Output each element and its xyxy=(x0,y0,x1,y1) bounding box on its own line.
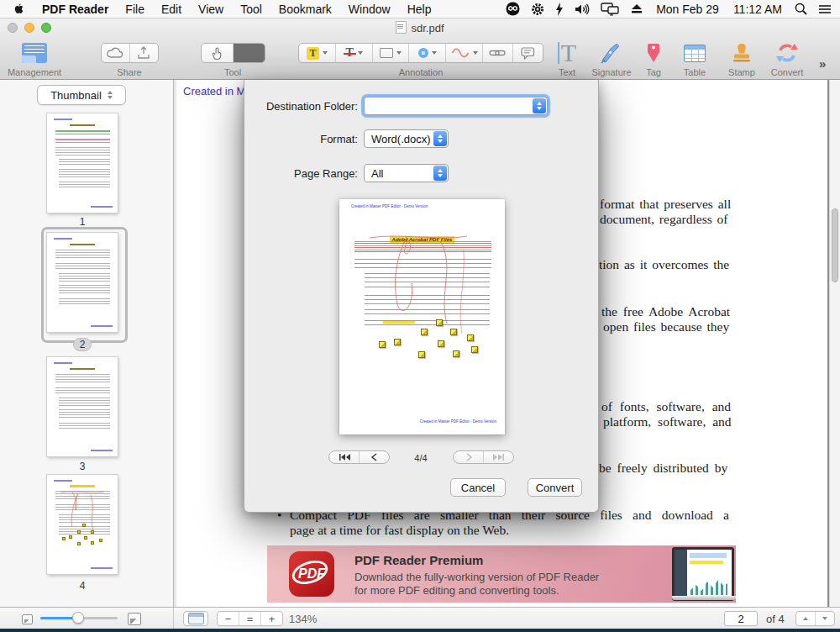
sidebar-toggle-button[interactable] xyxy=(183,611,208,626)
cancel-button[interactable]: Cancel xyxy=(450,478,506,497)
menu-bookmark[interactable]: Bookmark xyxy=(270,3,340,16)
management-label: Management xyxy=(5,67,64,77)
link-button[interactable] xyxy=(483,44,513,62)
slider-knob[interactable] xyxy=(72,612,84,624)
desktop-edge xyxy=(0,629,840,632)
doc-text-line: the free Adobe Acrobat xyxy=(601,304,730,319)
popup-stepper-icon[interactable] xyxy=(433,131,447,146)
premium-ad-banner[interactable]: PDF PDF Reader Premium Download the full… xyxy=(267,545,736,603)
menu-help[interactable]: Help xyxy=(399,3,440,16)
displays-icon[interactable] xyxy=(601,3,619,16)
toolbar-group-convert[interactable]: Convert xyxy=(764,41,810,77)
hand-tool-button[interactable] xyxy=(202,44,234,62)
menu-time[interactable]: 11:12 AM xyxy=(732,3,784,16)
spotlight-search-icon[interactable] xyxy=(795,3,807,15)
volume-icon[interactable] xyxy=(575,3,590,15)
page-thumbnail-1[interactable] xyxy=(47,113,118,213)
page-range-popup[interactable]: All xyxy=(364,164,449,182)
boom-app-icon[interactable] xyxy=(506,2,520,16)
menu-file[interactable]: File xyxy=(117,3,153,16)
preview-scribble-annotation xyxy=(339,199,505,350)
menu-view[interactable]: View xyxy=(190,3,232,16)
tag-icon xyxy=(643,42,664,64)
shape-ellipse-button[interactable] xyxy=(409,44,446,62)
sidebar-view-select[interactable]: Thumbnail xyxy=(37,85,126,105)
convert-label: Convert xyxy=(764,67,810,77)
menu-window[interactable]: Window xyxy=(340,3,399,16)
toolbar-group-signature[interactable]: Signature xyxy=(588,41,635,77)
page-thumbnail-3[interactable] xyxy=(47,357,118,456)
table-label: Table xyxy=(675,67,714,77)
doc-text-line: format that preserves all xyxy=(600,197,731,212)
upload-icon xyxy=(138,46,150,60)
strikethrough-button[interactable]: T xyxy=(336,44,373,62)
menu-tool[interactable]: Tool xyxy=(232,3,270,16)
table-icon xyxy=(684,45,706,62)
page-thumbnail-2[interactable] xyxy=(47,233,118,332)
zoom-actual-size-button[interactable]: = xyxy=(239,612,261,625)
format-popup[interactable]: Word(.docx) xyxy=(364,129,449,148)
edit-tool-button[interactable] xyxy=(234,44,265,62)
notification-center-icon[interactable] xyxy=(818,4,832,14)
chevron-down-icon[interactable] xyxy=(473,51,478,55)
last-page-button-disabled[interactable] xyxy=(484,451,513,463)
stamp-icon xyxy=(731,42,753,64)
destination-folder-combobox[interactable] xyxy=(364,97,548,115)
toolbar-overflow-button[interactable]: » xyxy=(819,56,824,71)
freehand-draw-button[interactable] xyxy=(446,44,483,62)
first-page-button[interactable] xyxy=(329,451,360,463)
page-number-3: 3 xyxy=(47,461,118,472)
destination-folder-input[interactable] xyxy=(365,97,547,114)
flash-status-icon[interactable] xyxy=(555,3,564,16)
zoom-out-button[interactable]: − xyxy=(218,612,239,625)
chevron-down-icon[interactable] xyxy=(432,51,437,55)
toolbar-group-tag[interactable]: Tag xyxy=(638,41,669,77)
page-down-button[interactable] xyxy=(816,612,834,625)
page-thumbnail-4[interactable] xyxy=(47,475,118,574)
preview-nav-forward-group xyxy=(453,450,514,464)
share-cloud-button[interactable] xyxy=(102,44,130,62)
convert-button[interactable]: Convert xyxy=(528,478,582,497)
vertical-scrollbar-thumb[interactable] xyxy=(832,208,838,282)
highlight-icon: T xyxy=(307,47,319,60)
page-up-button[interactable] xyxy=(796,612,816,625)
toolbar-group-management[interactable]: Management xyxy=(5,41,64,77)
vertical-scrollbar-track[interactable] xyxy=(829,80,840,607)
zoom-level: 134% xyxy=(289,613,317,625)
sticky-note-icon xyxy=(467,334,474,341)
doc-text-line: page at a time for fast display on the W… xyxy=(290,523,509,538)
eject-icon[interactable] xyxy=(630,3,643,14)
previous-page-button[interactable] xyxy=(360,451,389,463)
document-icon xyxy=(396,21,407,34)
apple-menu-icon[interactable] xyxy=(0,2,34,16)
note-comment-button[interactable] xyxy=(513,44,543,62)
tag-label: Tag xyxy=(638,67,669,77)
chevron-down-icon[interactable] xyxy=(323,51,328,55)
select-stepper-icon xyxy=(108,91,113,99)
highlight-text-button[interactable]: T xyxy=(299,44,336,62)
menu-date[interactable]: Mon Feb 29 xyxy=(654,3,721,16)
doc-text-line: document, regardless of xyxy=(600,212,728,227)
toolbar-group-table[interactable]: Table xyxy=(675,41,714,77)
current-page-input[interactable] xyxy=(724,611,758,626)
menu-app-name[interactable]: PDF Reader xyxy=(34,3,117,16)
banner-description: for more PDF editing and converting tool… xyxy=(354,584,559,597)
next-page-button-disabled[interactable] xyxy=(454,451,484,463)
chevron-down-icon[interactable] xyxy=(396,51,402,55)
toolbar-group-text[interactable]: T Text xyxy=(548,41,586,77)
share-export-button[interactable] xyxy=(130,44,158,62)
status-bar: − = + 134% of 4 xyxy=(0,607,840,629)
shape-rectangle-button[interactable] xyxy=(373,44,410,62)
thumbnail-size-slider[interactable] xyxy=(40,617,118,619)
management-icon xyxy=(22,43,47,63)
large-thumbnail-icon[interactable] xyxy=(128,613,141,625)
chevron-down-icon[interactable] xyxy=(358,51,363,55)
toolbar-group-stamp[interactable]: Stamp xyxy=(721,41,763,77)
small-thumbnail-icon[interactable] xyxy=(22,614,33,624)
combobox-stepper-icon[interactable] xyxy=(533,98,546,113)
page-number-1: 1 xyxy=(47,216,118,228)
zoom-in-button[interactable]: + xyxy=(261,612,282,625)
popup-stepper-icon[interactable] xyxy=(433,166,447,181)
gear-status-icon[interactable] xyxy=(531,3,544,16)
menu-edit[interactable]: Edit xyxy=(153,3,190,16)
